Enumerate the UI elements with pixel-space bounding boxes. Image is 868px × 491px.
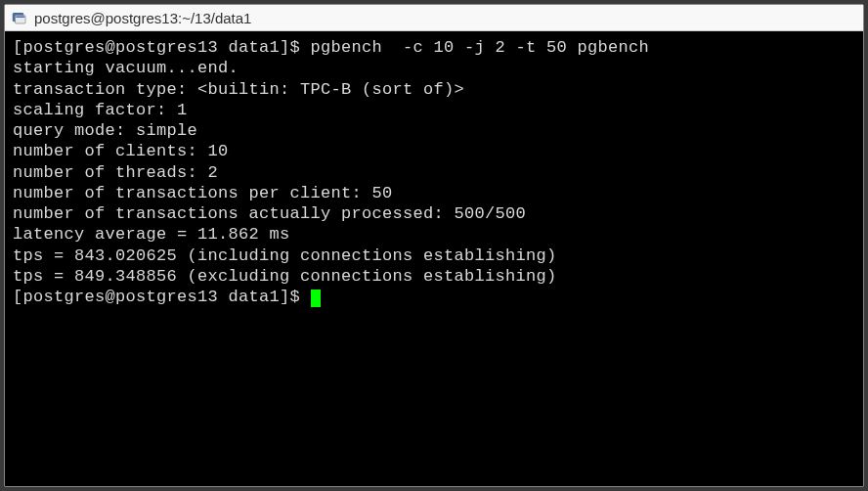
svg-rect-2 xyxy=(16,17,24,19)
output-line: number of transactions per client: 50 xyxy=(13,184,393,202)
output-line: tps = 843.020625 (including connections … xyxy=(13,246,557,265)
output-line: latency average = 11.862 ms xyxy=(13,225,290,244)
output-line: query mode: simple xyxy=(13,121,197,140)
output-line: number of threads: 2 xyxy=(13,163,218,182)
output-line: number of clients: 10 xyxy=(13,142,229,160)
window-title: postgres@postgres13:~/13/data1 xyxy=(34,10,251,26)
prompt: [postgres@postgres13 data1]$ xyxy=(13,288,300,306)
prompt: [postgres@postgres13 data1]$ xyxy=(13,38,300,57)
terminal-window: postgres@postgres13:~/13/data1 [postgres… xyxy=(4,4,864,487)
output-line: scaling factor: 1 xyxy=(13,101,188,119)
output-line: number of transactions actually processe… xyxy=(13,204,526,223)
terminal-content[interactable]: [postgres@postgres13 data1]$ pgbench -c … xyxy=(5,31,863,486)
output-line: transaction type: <builtin: TPC-B (sort … xyxy=(13,80,464,99)
command: pgbench -c 10 -j 2 -t 50 pgbench xyxy=(311,38,650,57)
cursor-block xyxy=(311,290,321,307)
output-line: tps = 849.348856 (excluding connections … xyxy=(13,267,557,286)
terminal-app-icon xyxy=(11,9,28,26)
output-line: starting vacuum...end. xyxy=(13,59,239,77)
titlebar[interactable]: postgres@postgres13:~/13/data1 xyxy=(5,5,863,31)
